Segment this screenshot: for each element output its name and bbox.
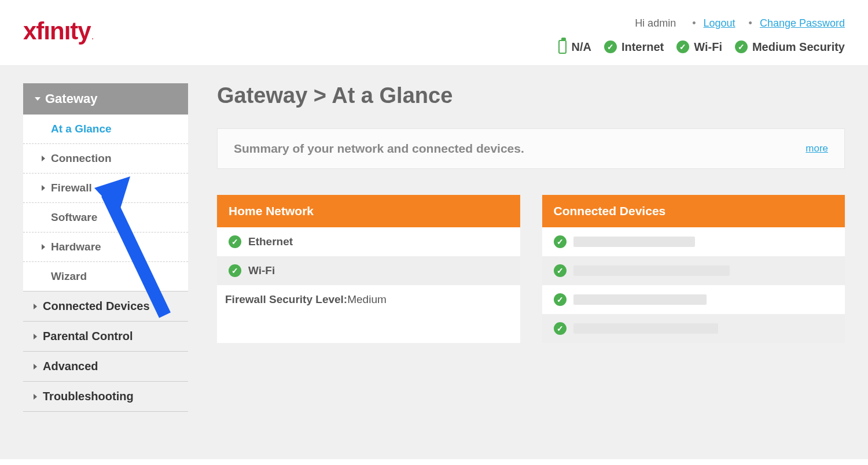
device-row — [542, 227, 845, 256]
status-wifi: Wi-Fi — [676, 40, 722, 54]
top-links: Hi admin • Logout • Change Password — [558, 17, 845, 29]
logo: xfınıty — [23, 17, 91, 45]
check-icon — [554, 264, 567, 277]
check-icon — [554, 293, 567, 306]
sidebar-main-parental-control[interactable]: Parental Control — [23, 322, 188, 352]
status-battery: N/A — [558, 40, 591, 54]
sidebar-item-software[interactable]: Software — [23, 203, 188, 232]
sidebar: Gateway At a Glance Connection Firewall … — [23, 83, 188, 442]
connected-devices-panel: Connected Devices — [542, 195, 845, 343]
check-icon — [229, 264, 241, 277]
home-network-row-wifi: Wi-Fi — [217, 256, 520, 285]
sidebar-main-troubleshooting[interactable]: Troubleshooting — [23, 382, 188, 412]
sidebar-main-connected-devices[interactable]: Connected Devices — [23, 291, 188, 322]
sidebar-main-advanced[interactable]: Advanced — [23, 352, 188, 382]
check-icon — [554, 322, 567, 335]
device-row — [542, 285, 845, 314]
caret-right-icon — [42, 185, 45, 191]
device-row — [542, 314, 845, 343]
more-link[interactable]: more — [806, 143, 828, 154]
battery-icon — [558, 40, 567, 54]
connected-devices-header: Connected Devices — [542, 195, 845, 227]
redacted-text — [573, 294, 707, 305]
redacted-text — [573, 323, 718, 334]
caret-right-icon — [34, 364, 37, 370]
home-network-panel: Home Network Ethernet Wi-Fi Firewall Sec… — [217, 195, 520, 343]
sidebar-item-connection[interactable]: Connection — [23, 144, 188, 174]
caret-right-icon — [34, 394, 37, 400]
caret-right-icon — [34, 304, 37, 309]
summary-text: Summary of your network and connected de… — [234, 142, 524, 156]
home-network-row-ethernet: Ethernet — [217, 227, 520, 256]
check-icon — [676, 40, 689, 53]
sidebar-item-firewall[interactable]: Firewall — [23, 174, 188, 203]
caret-right-icon — [42, 156, 45, 161]
sidebar-item-at-a-glance[interactable]: At a Glance — [23, 115, 188, 144]
sidebar-item-wizard[interactable]: Wizard — [23, 262, 188, 291]
logout-link[interactable]: Logout — [704, 17, 735, 29]
sidebar-item-hardware[interactable]: Hardware — [23, 232, 188, 262]
change-password-link[interactable]: Change Password — [760, 17, 845, 29]
device-row — [542, 256, 845, 285]
check-icon — [604, 40, 617, 53]
check-icon — [554, 235, 567, 248]
check-icon — [229, 235, 241, 248]
redacted-text — [573, 237, 695, 247]
home-network-header: Home Network — [217, 195, 520, 227]
sidebar-header-gateway[interactable]: Gateway — [23, 83, 188, 115]
redacted-text — [573, 265, 730, 276]
check-icon — [735, 40, 748, 53]
caret-right-icon — [42, 244, 45, 250]
caret-right-icon — [34, 334, 37, 339]
greeting-text: Hi admin — [635, 17, 676, 29]
page-title: Gateway > At a Glance — [217, 83, 845, 108]
caret-down-icon — [35, 97, 41, 101]
firewall-level: Firewall Security Level:Medium — [217, 285, 520, 314]
status-security: Medium Security — [735, 40, 845, 54]
status-internet: Internet — [604, 40, 664, 54]
summary-box: Summary of your network and connected de… — [217, 128, 845, 169]
